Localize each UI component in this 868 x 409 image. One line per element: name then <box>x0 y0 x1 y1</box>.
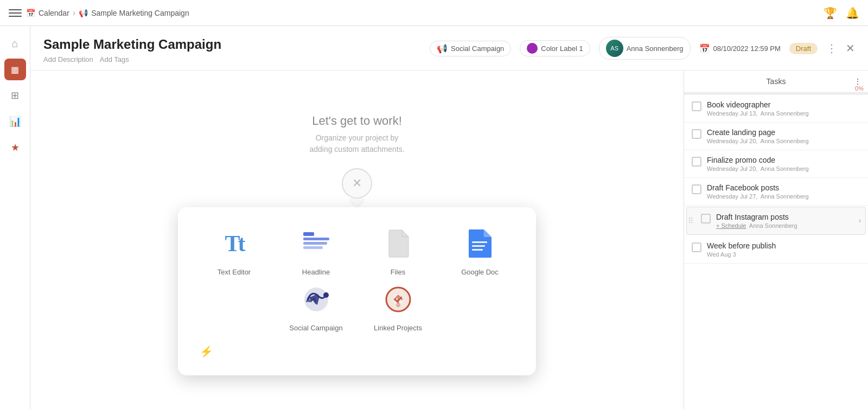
attachment-picker: Tt Text Editor <box>178 207 536 375</box>
assignee-badge[interactable]: AS Anna Sonnenberg <box>599 37 691 60</box>
layout: ⌂ ▦ ⊞ 📊 ★ Sample Marketing Campaign Add … <box>0 26 868 409</box>
task-content-5: Draft Instagram posts + Schedule Anna So… <box>716 213 858 229</box>
sidebar-item-network[interactable]: ⊞ <box>4 85 26 106</box>
main-area: Sample Marketing Campaign Add Descriptio… <box>30 26 868 409</box>
svg-rect-1 <box>303 238 329 240</box>
social-campaign-icon <box>297 280 335 318</box>
flash-icon[interactable]: ⚡ <box>200 345 213 358</box>
popup-pointer <box>349 199 365 207</box>
task-meta-2: Wednesday Jul 20, Anna Sonnenberg <box>707 138 860 144</box>
color-dot <box>527 43 538 54</box>
task-checkbox-1[interactable] <box>692 101 701 111</box>
progress-percent: 0% <box>855 85 864 92</box>
task-checkbox-4[interactable] <box>692 184 701 194</box>
svg-rect-0 <box>303 232 314 236</box>
add-tags-link[interactable]: Add Tags <box>100 55 129 63</box>
linked-projects-icon <box>379 280 417 318</box>
task-meta-3: Wednesday Jul 20, Anna Sonnenberg <box>707 165 860 172</box>
task-title-5: Draft Instagram posts <box>716 213 858 221</box>
task-content-6: Week before publish Wed Aug 3 <box>707 241 860 258</box>
task-title-6: Week before publish <box>707 241 860 250</box>
task-content-4: Draft Facebook posts Wednesday Jul 27, A… <box>707 183 860 200</box>
svg-rect-2 <box>303 242 327 245</box>
menu-button[interactable] <box>9 7 22 20</box>
sidebar-item-home[interactable]: ⌂ <box>4 33 26 54</box>
google-doc-icon <box>461 225 499 263</box>
headline-label: Headline <box>302 268 330 276</box>
breadcrumb-sep: › <box>73 8 75 18</box>
trophy-icon[interactable]: 🏆 <box>824 7 837 20</box>
picker-item-google-doc[interactable]: Google Doc <box>445 225 514 276</box>
picker-row2-spacer1 <box>200 280 269 332</box>
task-title-3: Finalize promo code <box>707 156 860 164</box>
google-doc-label: Google Doc <box>461 268 499 276</box>
task-meta-5: + Schedule Anna Sonnenberg <box>716 222 858 229</box>
sidebar-item-star[interactable]: ★ <box>4 137 26 158</box>
svg-rect-4 <box>472 241 487 243</box>
project-header-left: Sample Marketing Campaign Add Descriptio… <box>43 37 221 63</box>
svg-point-8 <box>323 292 329 298</box>
campaign-type-icon: 📢 <box>437 43 448 54</box>
close-circle-button[interactable]: ✕ <box>342 168 372 199</box>
task-item-2: Create landing page Wednesday Jul 20, An… <box>684 123 868 150</box>
expand-icon[interactable]: › <box>859 217 861 225</box>
task-item-5: ⠿ Draft Instagram posts + Schedule Anna … <box>686 207 866 235</box>
task-meta-4: Wednesday Jul 27, Anna Sonnenberg <box>707 193 860 200</box>
drag-handle-icon[interactable]: ⠿ <box>688 216 693 225</box>
tasks-header: Tasks ⋮ <box>684 71 868 93</box>
task-checkbox-2[interactable] <box>692 129 701 139</box>
task-item-3: Finalize promo code Wednesday Jul 20, An… <box>684 150 868 178</box>
picker-item-social-campaign[interactable]: Social Campaign <box>282 280 350 332</box>
project-date: 08/10/2022 12:59 PM <box>713 44 781 53</box>
status-badge[interactable]: Draft <box>789 43 818 54</box>
tasks-panel: Tasks ⋮ 0% Book videographer Wednesday J… <box>684 71 868 409</box>
svg-rect-9 <box>308 299 312 302</box>
campaign-type-badge[interactable]: 📢 Social Campaign <box>430 41 511 56</box>
task-content-2: Create landing page Wednesday Jul 20, An… <box>707 128 860 144</box>
schedule-link[interactable]: + Schedule <box>716 222 746 229</box>
text-editor-icon: Tt <box>215 225 253 263</box>
task-item-4: Draft Facebook posts Wednesday Jul 27, A… <box>684 178 868 206</box>
task-checkbox-5[interactable] <box>701 214 711 223</box>
picker-item-headline[interactable]: Headline <box>282 225 350 276</box>
project-header: Sample Marketing Campaign Add Descriptio… <box>30 26 868 71</box>
content-area: Let's get to work! Organize your project… <box>30 71 868 409</box>
svg-rect-3 <box>303 246 323 249</box>
picker-grid-row1: Tt Text Editor <box>200 225 514 276</box>
project-meta: Add Description Add Tags <box>43 55 221 63</box>
picker-item-text-editor[interactable]: Tt Text Editor <box>200 225 269 276</box>
breadcrumb-campaign: Sample Marketing Campaign <box>91 9 189 17</box>
sidebar-item-calendar[interactable]: ▦ <box>4 59 26 80</box>
task-meta-1: Wednesday Jul 13, Anna Sonnenberg <box>707 110 860 117</box>
campaign-icon: 📢 <box>79 9 88 17</box>
project-header-right: 📢 Social Campaign Color Label 1 AS Anna … <box>430 37 855 60</box>
headline-icon <box>297 225 335 263</box>
tasks-more-icon[interactable]: ⋮ <box>854 77 861 86</box>
add-description-link[interactable]: Add Description <box>43 55 93 63</box>
project-title: Sample Marketing Campaign <box>43 37 221 52</box>
date-badge[interactable]: 📅 08/10/2022 12:59 PM <box>699 43 781 54</box>
topbar-icons: 🏆 🔔 <box>824 7 859 20</box>
empty-state: Let's get to work! Organize your project… <box>309 114 404 155</box>
empty-state-subtext: Organize your project by adding custom a… <box>309 132 404 155</box>
tasks-header-label: Tasks <box>767 77 786 86</box>
task-meta-6: Wed Aug 3 <box>707 251 860 258</box>
picker-item-linked-projects[interactable]: Linked Projects <box>363 280 432 332</box>
sidebar-item-chart[interactable]: 📊 <box>4 111 26 132</box>
color-label-badge[interactable]: Color Label 1 <box>520 40 590 56</box>
task-content-3: Finalize promo code Wednesday Jul 20, An… <box>707 156 860 172</box>
task-item-1: Book videographer Wednesday Jul 13, Anna… <box>684 95 868 123</box>
svg-rect-5 <box>472 245 485 247</box>
more-options-icon[interactable]: ⋮ <box>826 42 837 55</box>
task-checkbox-3[interactable] <box>692 157 701 167</box>
breadcrumb-calendar[interactable]: Calendar <box>39 9 69 17</box>
calendar-date-icon: 📅 <box>699 43 710 54</box>
svg-rect-6 <box>472 249 483 251</box>
close-button[interactable]: ✕ <box>846 42 855 55</box>
tasks-list: Book videographer Wednesday Jul 13, Anna… <box>684 95 868 409</box>
picker-item-files[interactable]: Files <box>363 225 432 276</box>
avatar: AS <box>606 40 623 57</box>
picker-row2-spacer2 <box>445 280 514 332</box>
task-checkbox-6[interactable] <box>692 242 701 252</box>
bell-icon[interactable]: 🔔 <box>846 7 859 20</box>
